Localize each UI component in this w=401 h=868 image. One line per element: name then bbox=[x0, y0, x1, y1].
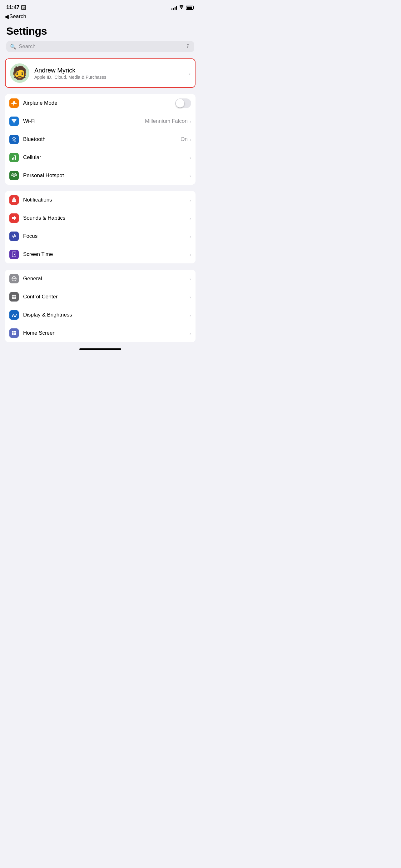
general-icon bbox=[9, 274, 19, 283]
bluetooth-chevron: › bbox=[190, 137, 191, 142]
notifications-row[interactable]: Notifications › bbox=[5, 191, 196, 209]
svg-rect-32 bbox=[12, 331, 13, 332]
sounds-icon bbox=[9, 213, 19, 223]
display-brightness-row[interactable]: AA Display & Brightness › bbox=[5, 306, 196, 324]
svg-point-18 bbox=[13, 278, 15, 279]
cellular-value: › bbox=[189, 155, 191, 160]
hotspot-label: Personal Hotspot bbox=[23, 173, 64, 179]
profile-row[interactable]: 🧔 Andrew Myrick Apple ID, iCloud, Media … bbox=[6, 59, 195, 87]
svg-line-26 bbox=[12, 280, 13, 280]
general-chevron: › bbox=[190, 276, 191, 281]
svg-rect-6 bbox=[12, 158, 13, 160]
status-right bbox=[171, 5, 194, 10]
control-center-row[interactable]: Control Center › bbox=[5, 288, 196, 306]
svg-line-24 bbox=[15, 280, 15, 280]
notifications-value: › bbox=[189, 197, 191, 203]
back-navigation[interactable]: ◀ Search bbox=[0, 12, 201, 23]
cellular-label: Cellular bbox=[23, 154, 41, 161]
control-center-content: Control Center › bbox=[23, 294, 191, 300]
profile-subtitle: Apple ID, iCloud, Media & Purchases bbox=[34, 75, 188, 80]
cellular-icon bbox=[9, 153, 19, 162]
general-content: General › bbox=[23, 276, 191, 282]
search-input[interactable]: Search bbox=[19, 43, 183, 50]
home-screen-chevron: › bbox=[190, 331, 191, 336]
home-screen-content: Home Screen › bbox=[23, 330, 191, 336]
notifications-chevron: › bbox=[190, 197, 191, 203]
avatar-emoji: 🧔 bbox=[11, 67, 28, 80]
search-bar[interactable]: 🔍 Search 🎙 bbox=[6, 41, 194, 52]
profile-group[interactable]: 🧔 Andrew Myrick Apple ID, iCloud, Media … bbox=[5, 58, 196, 88]
home-screen-label: Home Screen bbox=[23, 330, 56, 336]
display-brightness-icon: AA bbox=[9, 310, 19, 320]
screen-time-label: Screen Time bbox=[23, 251, 53, 257]
screen-time-content: Screen Time › bbox=[23, 251, 191, 257]
svg-point-1 bbox=[23, 7, 24, 7]
wifi-label: Wi-Fi bbox=[23, 118, 36, 124]
screen-time-chevron: › bbox=[190, 252, 191, 257]
chevron-icon: › bbox=[189, 71, 191, 76]
svg-point-10 bbox=[14, 175, 15, 176]
screen-time-row[interactable]: Screen Time › bbox=[5, 245, 196, 264]
home-screen-row[interactable]: Home Screen › bbox=[5, 324, 196, 342]
svg-line-16 bbox=[14, 254, 15, 255]
general-row[interactable]: General › bbox=[5, 270, 196, 288]
sounds-value: › bbox=[189, 216, 191, 221]
airplane-mode-toggle[interactable] bbox=[175, 98, 191, 108]
sounds-chevron: › bbox=[190, 216, 191, 221]
hotspot-value: › bbox=[189, 173, 191, 178]
display-brightness-label: Display & Brightness bbox=[23, 312, 72, 318]
back-label: Search bbox=[9, 13, 26, 20]
cellular-row[interactable]: Cellular › bbox=[5, 148, 196, 166]
sounds-label: Sounds & Haptics bbox=[23, 215, 65, 221]
personal-hotspot-row[interactable]: Personal Hotspot › bbox=[5, 166, 196, 185]
bluetooth-label: Bluetooth bbox=[23, 136, 45, 143]
svg-line-25 bbox=[15, 277, 15, 278]
mic-icon[interactable]: 🎙 bbox=[186, 44, 191, 50]
focus-icon bbox=[9, 231, 19, 241]
face-id-icon bbox=[21, 5, 26, 10]
battery-icon bbox=[186, 6, 194, 10]
airplane-mode-row[interactable]: Airplane Mode bbox=[5, 94, 196, 112]
wifi-row[interactable]: Wi-Fi Millennium Falcon › bbox=[5, 112, 196, 130]
avatar: 🧔 bbox=[10, 63, 29, 83]
signal-icon bbox=[171, 5, 177, 10]
svg-point-11 bbox=[14, 197, 15, 198]
notifications-icon bbox=[9, 195, 19, 205]
screen-time-value: › bbox=[189, 252, 191, 257]
svg-point-4 bbox=[13, 122, 15, 123]
wifi-settings-icon bbox=[9, 117, 19, 126]
sounds-haptics-row[interactable]: Sounds & Haptics › bbox=[5, 209, 196, 227]
svg-rect-27 bbox=[12, 294, 14, 297]
focus-content: Focus › bbox=[23, 233, 191, 239]
search-icon: 🔍 bbox=[10, 44, 16, 50]
display-brightness-value: › bbox=[189, 312, 191, 318]
notifications-content: Notifications › bbox=[23, 197, 191, 203]
status-left: 11:47 bbox=[6, 4, 26, 11]
bluetooth-row[interactable]: Bluetooth On › bbox=[5, 130, 196, 148]
page-title: Settings bbox=[0, 23, 201, 41]
svg-rect-33 bbox=[13, 331, 15, 332]
svg-rect-35 bbox=[12, 333, 13, 334]
display-brightness-chevron: › bbox=[190, 312, 191, 318]
profile-name: Andrew Myrick bbox=[34, 67, 188, 74]
svg-point-2 bbox=[24, 7, 25, 7]
svg-text:AA: AA bbox=[12, 313, 17, 318]
hotspot-chevron: › bbox=[190, 173, 191, 178]
svg-rect-36 bbox=[13, 333, 15, 334]
svg-rect-39 bbox=[13, 334, 15, 335]
focus-chevron: › bbox=[190, 234, 191, 239]
svg-rect-38 bbox=[12, 334, 13, 335]
connectivity-group: Airplane Mode Wi-Fi Millennium Falcon › bbox=[5, 94, 196, 185]
svg-rect-29 bbox=[12, 297, 14, 299]
svg-rect-40 bbox=[15, 334, 16, 335]
home-screen-icon bbox=[9, 329, 19, 338]
bluetooth-icon bbox=[9, 135, 19, 144]
status-time: 11:47 bbox=[6, 4, 20, 11]
svg-marker-12 bbox=[12, 216, 15, 220]
airplane-mode-content: Airplane Mode bbox=[23, 98, 191, 108]
control-center-icon bbox=[9, 292, 19, 302]
hotspot-icon bbox=[9, 171, 19, 180]
focus-row[interactable]: Focus › bbox=[5, 227, 196, 245]
bluetooth-value: On › bbox=[180, 136, 191, 143]
control-center-chevron: › bbox=[190, 294, 191, 300]
